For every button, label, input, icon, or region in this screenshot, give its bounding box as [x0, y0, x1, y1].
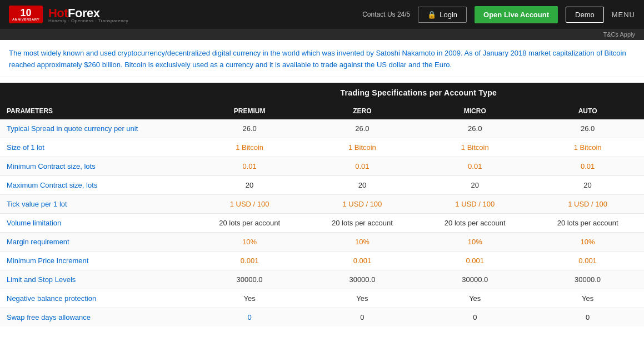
logo-forex: Forex: [68, 6, 99, 20]
value-cell: 20 lots per account: [193, 213, 306, 232]
demo-button[interactable]: Demo: [566, 7, 604, 23]
login-label: Login: [440, 11, 457, 19]
menu-button[interactable]: MENU: [612, 11, 635, 19]
table-row: Limit and Stop Levels30000.030000.030000…: [0, 270, 644, 289]
value-cell: 20: [306, 175, 419, 194]
value-cell: 10%: [418, 232, 531, 251]
table-row: Size of 1 lot1 Bitcoin1 Bitcoin1 Bitcoin…: [0, 138, 644, 157]
value-cell: Yes: [306, 289, 419, 308]
logo-10-badge: 10 ANNIVERSARY: [9, 6, 43, 23]
table-row: Margin requirement10%10%10%10%: [0, 232, 644, 251]
value-cell: 30000.0: [418, 270, 531, 289]
value-cell: Yes: [193, 289, 306, 308]
table-wrapper: Trading Specifications per Account Type …: [0, 77, 644, 332]
logo-area: 10 ANNIVERSARY HotForex Honesty · Openne…: [9, 6, 128, 23]
header-right: Contact Us 24/5 🔒 Login Open Live Accoun…: [362, 6, 635, 23]
param-name-cell: Swap free days allowance: [0, 308, 193, 326]
value-cell: 0.001: [418, 251, 531, 270]
param-name-cell: Minimum Contract size, lots: [0, 157, 193, 175]
value-cell: 0.001: [193, 251, 306, 270]
value-cell: 30000.0: [531, 270, 644, 289]
col-zero: ZERO: [306, 103, 419, 119]
table-body: Typical Spread in quote currency per uni…: [0, 119, 644, 326]
contact-label: Contact Us 24/5: [362, 11, 410, 18]
description-text: The most widely known and used cryptocur…: [0, 40, 644, 77]
login-button[interactable]: 🔒 Login: [418, 7, 467, 23]
params-col-header: PARAMETERS: [0, 103, 193, 119]
table-row: Negative balance protectionYesYesYesYes: [0, 289, 644, 308]
description-content: The most widely known and used cryptocur…: [9, 49, 626, 69]
table-title-row: Trading Specifications per Account Type: [0, 83, 644, 103]
table-title-cell: Trading Specifications per Account Type: [193, 83, 644, 103]
value-cell: 1 Bitcoin: [306, 138, 419, 157]
logo-brand-area: HotForex Honesty · Openness · Transparen…: [48, 6, 128, 23]
value-cell: 20: [418, 175, 531, 194]
value-cell: Yes: [418, 289, 531, 308]
value-cell: 1 USD / 100: [531, 194, 644, 213]
header: 10 ANNIVERSARY HotForex Honesty · Openne…: [0, 0, 644, 29]
param-name-cell: Negative balance protection: [0, 289, 193, 308]
value-cell: 26.0: [418, 119, 531, 138]
lock-icon: 🔒: [427, 11, 436, 19]
value-cell: 0: [306, 308, 419, 326]
value-cell: 1 Bitcoin: [418, 138, 531, 157]
table-row: Volume limitation20 lots per account20 l…: [0, 213, 644, 232]
value-cell: Yes: [531, 289, 644, 308]
value-cell: 30000.0: [306, 270, 419, 289]
logo-anniversary: ANNIVERSARY: [12, 18, 39, 21]
param-name-cell: Minimum Price Increment: [0, 251, 193, 270]
value-cell: 30000.0: [193, 270, 306, 289]
value-cell: 0.01: [418, 157, 531, 175]
logo-number: 10: [20, 8, 31, 18]
col-micro: MICRO: [418, 103, 531, 119]
value-cell: 26.0: [193, 119, 306, 138]
value-cell: 26.0: [531, 119, 644, 138]
value-cell: 0: [531, 308, 644, 326]
open-live-account-button[interactable]: Open Live Account: [475, 6, 558, 23]
value-cell: 0: [418, 308, 531, 326]
sub-header: T&Cs Apply: [0, 29, 644, 40]
table-row: Typical Spread in quote currency per uni…: [0, 119, 644, 138]
col-premium: PREMIUM: [193, 103, 306, 119]
value-cell: 1 USD / 100: [418, 194, 531, 213]
value-cell: 10%: [193, 232, 306, 251]
param-name-cell: Volume limitation: [0, 213, 193, 232]
value-cell: 0.01: [531, 157, 644, 175]
trading-specs-table: Trading Specifications per Account Type …: [0, 83, 644, 326]
value-cell: 0: [193, 308, 306, 326]
param-name-cell: Typical Spread in quote currency per uni…: [0, 119, 193, 138]
value-cell: 20 lots per account: [306, 213, 419, 232]
param-name-cell: Size of 1 lot: [0, 138, 193, 157]
param-name-cell: Maximum Contract size, lots: [0, 175, 193, 194]
value-cell: 1 Bitcoin: [193, 138, 306, 157]
tcs-text: T&Cs Apply: [603, 31, 635, 38]
column-headers-row: PARAMETERS PREMIUM ZERO MICRO AUTO: [0, 103, 644, 119]
value-cell: 0.01: [193, 157, 306, 175]
value-cell: 0.01: [306, 157, 419, 175]
logo-tagline: Honesty · Openness · Transparency: [48, 18, 128, 23]
value-cell: 20: [193, 175, 306, 194]
value-cell: 0.001: [306, 251, 419, 270]
value-cell: 1 Bitcoin: [531, 138, 644, 157]
value-cell: 26.0: [306, 119, 419, 138]
params-header-cell: [0, 83, 193, 103]
col-auto: AUTO: [531, 103, 644, 119]
value-cell: 10%: [306, 232, 419, 251]
value-cell: 20: [531, 175, 644, 194]
param-name-cell: Margin requirement: [0, 232, 193, 251]
param-name-cell: Limit and Stop Levels: [0, 270, 193, 289]
value-cell: 1 USD / 100: [306, 194, 419, 213]
value-cell: 20 lots per account: [418, 213, 531, 232]
value-cell: 10%: [531, 232, 644, 251]
table-row: Minimum Contract size, lots0.010.010.010…: [0, 157, 644, 175]
table-row: Maximum Contract size, lots20202020: [0, 175, 644, 194]
table-row: Tick value per 1 lot1 USD / 1001 USD / 1…: [0, 194, 644, 213]
value-cell: 1 USD / 100: [193, 194, 306, 213]
param-name-cell: Tick value per 1 lot: [0, 194, 193, 213]
value-cell: 20 lots per account: [531, 213, 644, 232]
logo-hot: Hot: [48, 6, 68, 20]
value-cell: 0.001: [531, 251, 644, 270]
table-row: Minimum Price Increment0.0010.0010.0010.…: [0, 251, 644, 270]
table-row: Swap free days allowance0000: [0, 308, 644, 326]
